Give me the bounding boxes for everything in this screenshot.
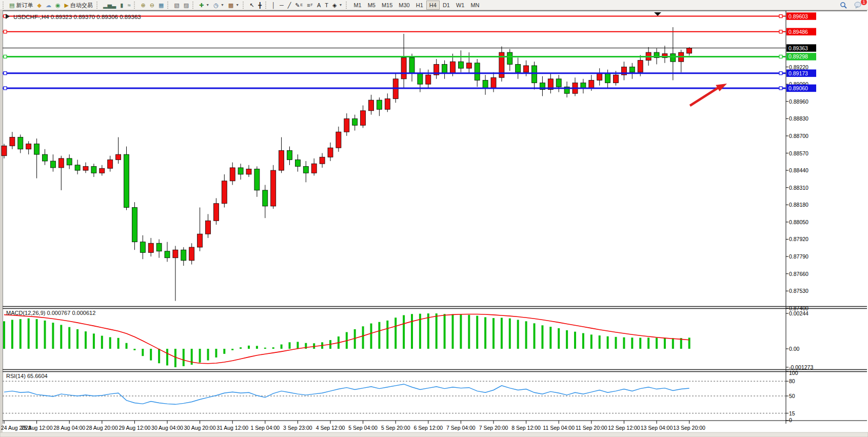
candle-body [34,144,40,154]
cursor-button[interactable]: ↖ [247,1,256,10]
candle-body [18,137,23,149]
new-order-button[interactable]: ▤新订单 [7,1,35,10]
timeframe-button-w1[interactable]: W1 [453,1,468,10]
timeframe-button-h4[interactable]: H4 [426,1,440,10]
chat-button[interactable]: 1 [852,1,864,10]
add-indicator-button[interactable]: ✚▼ [197,1,211,10]
line-handle[interactable] [4,87,7,90]
timeframe-button-d1[interactable]: D1 [440,1,453,10]
indicator-window-2-button[interactable]: ▨ [182,1,191,10]
timeframe-button-m30[interactable]: M30 [396,1,412,10]
candle-body [43,154,48,161]
fibonacci-button[interactable]: ≡F [305,1,315,10]
macd-histogram-bar [362,326,364,349]
periods-button[interactable]: ◷▼ [211,1,226,10]
template-button[interactable]: ▩▼ [226,1,241,10]
line-handle[interactable] [779,15,782,18]
toolbar-grip[interactable] [265,2,268,9]
candle-body [361,111,366,125]
toolbar-grip[interactable] [192,2,195,9]
equidistant-channel-button[interactable]: ✎E [293,1,305,10]
candle-body [198,234,203,247]
zoom-in-button[interactable]: ⊕ [139,1,147,10]
indicator-window-button[interactable]: ▧ [172,1,181,10]
toolbar-grip[interactable] [134,2,137,9]
template-icon: ▩ [228,1,233,9]
signals-button[interactable]: ◉ [53,1,63,10]
text-label-button[interactable]: T [323,1,330,10]
toolbar-grip[interactable] [167,2,170,9]
line-handle[interactable] [4,55,7,58]
macd-histogram-bar [615,337,617,349]
tile-windows-button[interactable]: ▦ [156,1,166,10]
vertical-line-button[interactable]: │ [270,1,278,10]
timeframe-button-m1[interactable]: M1 [350,1,364,10]
macd-histogram-bar [281,345,283,349]
cursor-icon: ↖ [249,1,254,9]
dropdown-arrow-icon: ▼ [339,1,342,9]
toolbar-grip[interactable] [3,2,6,9]
candle-body [100,168,105,173]
candle-body [181,250,186,261]
macd-histogram-bar [76,329,78,349]
line-chart-icon: ≈ [127,1,130,9]
macd-histogram-bar [509,319,511,349]
macd-histogram-bar [117,338,120,349]
bar-chart-button[interactable]: ▂▅▃ [101,1,118,10]
mql5-cloud-button[interactable]: ☁ [44,1,53,10]
toolbar-grip[interactable] [243,2,246,9]
autotrade-button[interactable]: ▶自动交易 [62,1,94,10]
text-button[interactable]: A [315,1,323,10]
trendline-button[interactable]: ╱ [286,1,293,10]
crosshair-button[interactable]: ╋ [256,1,264,10]
toolbar-grip[interactable] [96,2,100,9]
timeframe-button-m15[interactable]: M15 [379,1,396,10]
bottom-strip [0,432,868,437]
line-handle[interactable] [4,72,7,75]
line-chart-button[interactable]: ≈ [125,1,132,10]
chart-window[interactable]: 0.892200.890900.889600.888300.887000.885… [0,10,868,437]
periods-icon: ◷ [213,1,219,9]
line-handle[interactable] [779,87,782,90]
market-watch-button[interactable]: ◆ [35,1,43,10]
candle-body [222,181,227,204]
macd-histogram-bar [3,321,5,349]
macd-histogram-bar [549,327,551,349]
macd-histogram-bar [256,346,258,349]
toolbar-grip[interactable] [346,2,349,9]
macd-histogram-bar [534,323,536,349]
zoom-out-button[interactable]: ⊖ [148,1,156,10]
macd-histogram-bar [52,323,54,349]
macd-histogram-bar [688,337,691,349]
time-scale[interactable] [3,421,786,433]
notification-badge: 1 [861,0,867,5]
macd-histogram-bar [142,349,144,356]
line-handle[interactable] [779,72,782,75]
macd-histogram-bar [240,347,242,349]
candle-body [116,154,121,160]
autotrade-label: 自动交易 [70,1,93,9]
candle-body [483,80,488,88]
indicator-window-2-icon: ▨ [184,1,189,9]
macd-histogram-bar [411,314,413,349]
macd-histogram-bar [460,314,462,349]
candle-body [311,164,317,173]
candlestick-chart-button[interactable]: ▮ [118,1,125,10]
candle-body [458,62,463,68]
line-handle[interactable] [779,30,782,33]
line-handle[interactable] [779,55,782,58]
candle-body [638,61,643,72]
horizontal-line-button[interactable]: ─ [278,1,286,10]
text-label-icon: T [325,1,328,9]
price-scale[interactable] [786,10,868,424]
timeframe-button-h1[interactable]: H1 [413,1,426,10]
macd-histogram-bar [386,321,388,349]
trendline-icon: ╱ [288,1,291,9]
macd-histogram-bar [199,349,201,363]
arrows-button[interactable]: ◈▼ [330,1,344,10]
timeframe-button-m5[interactable]: M5 [365,1,379,10]
timeframe-button-mn[interactable]: MN [467,1,482,10]
search-button[interactable] [838,1,849,10]
macd-histogram-bar [174,349,176,367]
line-handle[interactable] [4,30,7,33]
